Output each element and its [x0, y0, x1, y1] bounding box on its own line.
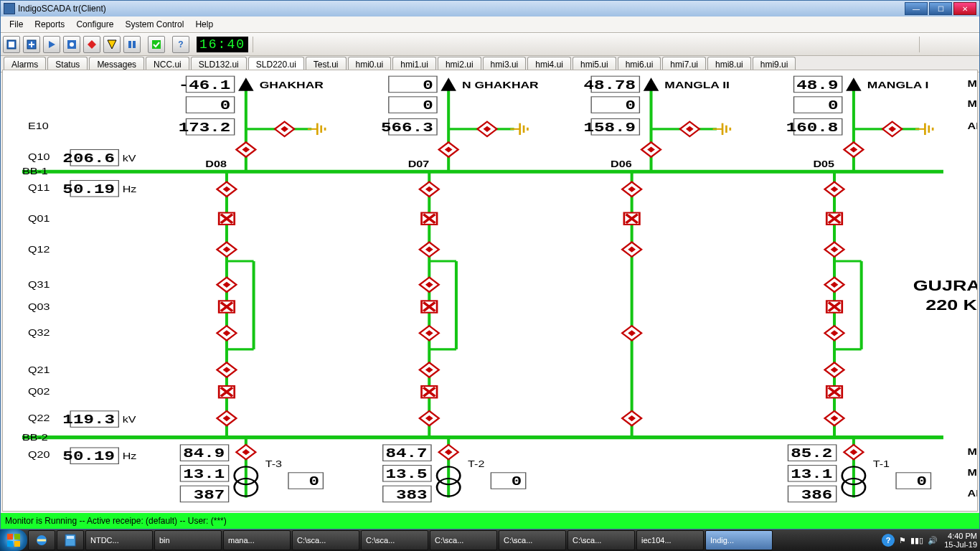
taskbar-calc-icon[interactable]	[57, 530, 84, 550]
taskbar-item-4[interactable]: C:\sca...	[361, 530, 428, 550]
d07-q20[interactable]	[439, 445, 458, 459]
start-button[interactable]	[0, 529, 27, 551]
tray-flag-icon[interactable]: ⚑	[899, 536, 906, 545]
system-tray: ? ⚑ ▮▮▯ 🔊 4:40 PM 15-Jul-19	[880, 532, 980, 549]
svg-rect-10	[152, 40, 161, 49]
d05-q12[interactable]	[825, 242, 844, 256]
svg-marker-7	[108, 40, 116, 49]
d05-q20[interactable]	[844, 445, 863, 459]
tray-net-icon[interactable]: ▮▮▯	[910, 536, 923, 545]
kv1-value: 206.6	[62, 151, 115, 166]
d07-q02[interactable]	[422, 386, 438, 397]
d05-node: D05	[813, 159, 834, 169]
d05-q32[interactable]	[825, 326, 844, 340]
taskbar-ie-icon[interactable]	[28, 530, 55, 550]
toolbar-btn-2[interactable]	[23, 36, 40, 53]
d07-e10-iso[interactable]	[478, 122, 497, 136]
svg-rect-75	[7, 534, 13, 540]
d08-q02[interactable]	[219, 386, 235, 397]
menu-system-control[interactable]: System Control	[119, 18, 189, 31]
toolbar-btn-1[interactable]	[3, 36, 20, 53]
d07-q21[interactable]	[420, 362, 439, 377]
toolbar-btn-5[interactable]	[83, 36, 100, 53]
minimize-button[interactable]: —	[905, 2, 928, 15]
d08-q32[interactable]	[217, 326, 236, 340]
taskbar-item-5[interactable]: C:\sca...	[430, 530, 497, 550]
d07-q03[interactable]	[422, 301, 438, 312]
d08-q01[interactable]	[219, 213, 235, 225]
d05-amp2: 386	[801, 487, 833, 502]
d05-q10[interactable]	[844, 142, 863, 156]
taskbar-item-0[interactable]: NTDC...	[85, 530, 153, 550]
toolbar-btn-help[interactable]: ?	[172, 36, 189, 53]
d08-node: D08	[205, 159, 227, 169]
toolbar-btn-3[interactable]	[43, 36, 60, 53]
toolbar-btn-4[interactable]	[63, 36, 80, 53]
taskbar-item-8[interactable]: iec104...	[636, 530, 704, 550]
d08-q20[interactable]	[236, 445, 255, 459]
d08-mvar: 0	[220, 98, 231, 113]
d05-e10-iso[interactable]	[882, 122, 902, 136]
d05-q31[interactable]	[825, 278, 844, 292]
d06-q01[interactable]	[624, 213, 640, 225]
d06-q22[interactable]	[622, 411, 641, 425]
menu-reports[interactable]: Reports	[29, 18, 70, 31]
taskbar-item-9[interactable]: Indig...	[705, 530, 773, 550]
d08-q10[interactable]	[236, 142, 255, 156]
menubar: File Reports Configure System Control He…	[1, 17, 979, 33]
d08-q03[interactable]	[219, 301, 235, 312]
d07-q12[interactable]	[420, 242, 439, 256]
menu-file[interactable]: File	[4, 18, 29, 31]
d06-q12[interactable]	[622, 242, 641, 256]
d07-amp: 566.3	[381, 121, 433, 136]
d08-q22[interactable]	[217, 411, 236, 425]
d08-q21[interactable]	[217, 362, 236, 377]
row-lbl-bb1: BB-1	[22, 166, 48, 176]
sld-title-1: GUJRAT NEW	[913, 277, 977, 293]
taskbar-item-3[interactable]: C:\sca...	[292, 530, 359, 550]
d06-q11[interactable]	[622, 182, 641, 197]
d06-e10-iso[interactable]	[680, 122, 699, 136]
taskbar-item-1[interactable]: bin	[154, 530, 222, 550]
d06-q10[interactable]	[641, 142, 661, 156]
d07-q10[interactable]	[439, 142, 458, 156]
d07-q01[interactable]	[422, 213, 438, 225]
d05-q11[interactable]	[825, 182, 844, 197]
d07-mw2: 84.7	[386, 446, 428, 461]
maximize-button[interactable]: ☐	[929, 2, 952, 15]
d07-q22[interactable]	[420, 411, 439, 425]
d08-q31[interactable]	[217, 278, 236, 292]
menu-help[interactable]: Help	[189, 18, 219, 31]
d05-mw: 48.9	[796, 77, 838, 93]
svg-rect-8	[128, 41, 131, 48]
d07-q31[interactable]	[420, 278, 439, 292]
tray-clock[interactable]: 4:40 PM 15-Jul-19	[944, 532, 977, 549]
d08-mvar2: 13.1	[183, 467, 225, 482]
toolbar-btn-6[interactable]	[103, 36, 121, 53]
tray-vol-icon[interactable]: 🔊	[928, 536, 938, 545]
d05-q22[interactable]	[825, 411, 844, 425]
d08-e10-iso[interactable]	[275, 122, 294, 136]
d05-amp: 160.8	[786, 121, 839, 136]
taskbar-item-7[interactable]: C:\sca...	[567, 530, 635, 550]
d08-mw: -46.1	[179, 77, 231, 93]
d05-q02[interactable]	[826, 386, 842, 397]
d07-q32[interactable]	[420, 326, 439, 340]
menu-configure[interactable]: Configure	[70, 18, 119, 31]
toolbar-btn-check[interactable]	[148, 36, 165, 53]
d07-q11[interactable]	[420, 182, 439, 197]
close-button[interactable]: ✕	[953, 2, 976, 15]
d05-q21[interactable]	[825, 362, 844, 377]
d05-q01[interactable]	[826, 213, 842, 225]
d05-dial: 0	[917, 474, 928, 489]
taskbar-item-6[interactable]: C:\sca...	[499, 530, 566, 550]
taskbar-item-2[interactable]: mana...	[223, 530, 291, 550]
unit-bot-amp: AMP	[968, 488, 977, 498]
d08-q12[interactable]	[217, 242, 236, 256]
d07-mvar: 0	[423, 98, 433, 113]
d05-q03[interactable]	[826, 301, 842, 312]
d08-q11[interactable]	[217, 182, 236, 197]
d06-q32[interactable]	[622, 326, 641, 340]
tray-help-icon[interactable]: ?	[882, 534, 895, 547]
toolbar-btn-7[interactable]	[123, 36, 141, 53]
